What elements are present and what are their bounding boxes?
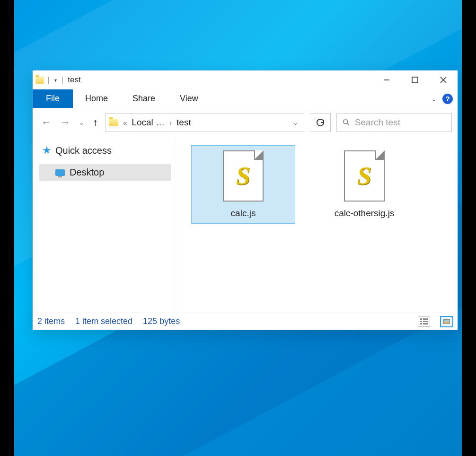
folder-icon bbox=[109, 119, 118, 126]
status-item-count: 2 items bbox=[37, 316, 65, 326]
desktop-icon bbox=[55, 169, 65, 176]
jscript-file-icon: S bbox=[344, 150, 385, 202]
window-controls bbox=[372, 70, 458, 89]
up-button[interactable]: ↑ bbox=[93, 116, 98, 129]
address-dropdown-icon[interactable]: ⌄ bbox=[287, 114, 304, 132]
details-view-button[interactable] bbox=[418, 316, 430, 327]
svg-point-4 bbox=[344, 120, 348, 124]
search-box[interactable] bbox=[336, 113, 452, 132]
quick-access-label: Quick access bbox=[55, 145, 112, 156]
title-separator: | bbox=[62, 76, 63, 84]
file-list[interactable]: S calc.js S calc-othersig.js bbox=[175, 137, 458, 313]
tab-home[interactable]: Home bbox=[73, 89, 120, 108]
status-bar: 2 items 1 item selected 125 bytes bbox=[33, 313, 458, 330]
maximize-button[interactable] bbox=[401, 70, 429, 89]
minimize-button[interactable] bbox=[372, 70, 401, 89]
help-icon[interactable]: ? bbox=[442, 94, 453, 104]
ribbon-collapse-icon[interactable]: ⌄ bbox=[431, 95, 437, 103]
status-selection: 1 item selected bbox=[75, 316, 132, 326]
status-size: 125 bytes bbox=[143, 316, 180, 326]
ribbon: File Home Share View ⌄ ? bbox=[33, 89, 458, 108]
file-item[interactable]: S calc.js bbox=[191, 145, 295, 224]
chevron-right-icon: › bbox=[169, 119, 172, 127]
close-button[interactable] bbox=[429, 70, 458, 89]
address-bar[interactable]: « Local … › test ⌄ bbox=[106, 113, 304, 132]
breadcrumb-overflow-icon[interactable]: « bbox=[123, 119, 127, 127]
search-icon bbox=[343, 118, 350, 127]
jscript-file-icon: S bbox=[223, 150, 264, 202]
main-area: ★ Quick access Desktop S calc.js bbox=[33, 137, 458, 313]
breadcrumb-segment[interactable]: Local … bbox=[132, 117, 165, 128]
svg-rect-1 bbox=[412, 77, 418, 83]
desktop-background: | ▾ | test File Home Share V bbox=[14, 0, 462, 456]
file-name: calc.js bbox=[231, 208, 256, 219]
window-title: test bbox=[68, 75, 80, 85]
star-icon: ★ bbox=[42, 144, 52, 157]
svg-line-5 bbox=[347, 123, 349, 125]
file-name: calc-othersig.js bbox=[335, 208, 395, 219]
forward-button[interactable]: → bbox=[60, 116, 71, 129]
title-separator: | bbox=[48, 76, 50, 84]
nav-arrows: ← → ⌄ ↑ bbox=[41, 116, 98, 129]
file-tab[interactable]: File bbox=[33, 89, 73, 108]
explorer-window: | ▾ | test File Home Share V bbox=[32, 70, 458, 330]
quick-access[interactable]: ★ Quick access bbox=[39, 142, 171, 158]
refresh-button[interactable] bbox=[310, 113, 331, 132]
recent-locations-icon[interactable]: ⌄ bbox=[79, 119, 84, 126]
navigation-pane: ★ Quick access Desktop bbox=[33, 137, 175, 313]
large-icons-view-button[interactable] bbox=[441, 316, 453, 327]
sidebar-item-desktop[interactable]: Desktop bbox=[39, 164, 171, 181]
sidebar-item-label: Desktop bbox=[70, 167, 104, 178]
breadcrumb-segment-current[interactable]: test bbox=[176, 117, 191, 128]
search-input[interactable] bbox=[355, 117, 446, 128]
tab-share[interactable]: Share bbox=[120, 89, 167, 108]
back-button[interactable]: ← bbox=[41, 116, 52, 129]
quick-access-toolbar-dropdown-icon[interactable]: ▾ bbox=[54, 78, 57, 83]
tab-view[interactable]: View bbox=[167, 89, 211, 108]
file-item[interactable]: S calc-othersig.js bbox=[312, 145, 416, 224]
folder-icon bbox=[35, 77, 44, 84]
title-bar: | ▾ | test bbox=[33, 70, 458, 89]
navigation-row: ← → ⌄ ↑ « Local … › test ⌄ bbox=[33, 108, 458, 137]
